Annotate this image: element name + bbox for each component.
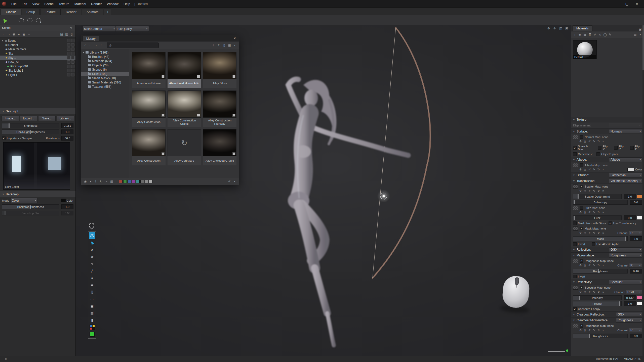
map-settings-icon[interactable] (579, 210, 582, 214)
map-edit-icon[interactable] (592, 139, 596, 143)
backdrop-brightness-slider[interactable]: Backdrop Brightness (2, 204, 59, 209)
map-enable-checkbox[interactable] (580, 163, 583, 167)
thumb-checkbox[interactable] (232, 152, 235, 155)
fresnel-value[interactable]: 1.0 (624, 301, 636, 306)
map-reload-icon[interactable] (597, 290, 600, 294)
undo-tool[interactable]: ⇄ (89, 282, 95, 288)
lock-toggle[interactable] (67, 60, 70, 64)
light-editor-preview[interactable]: Light Editor (3, 142, 70, 190)
scatter-depth-slider[interactable]: Scatter Depth (mm) (573, 194, 622, 199)
clearcoat-reflection-mode-dropdown[interactable]: GGX▾ (616, 312, 642, 317)
add-light-icon[interactable] (17, 32, 21, 36)
map-browse-icon[interactable] (583, 189, 587, 193)
map-clear-icon[interactable] (601, 263, 605, 267)
mask-channel-dropdown[interactable]: R▾ (629, 231, 642, 235)
map-browse-icon[interactable] (583, 167, 587, 171)
invert-checkbox[interactable]: Invert (573, 242, 585, 246)
tag-color-chip[interactable] (123, 180, 127, 183)
map-clear-icon[interactable] (601, 189, 605, 193)
active-color-swatch[interactable] (89, 331, 95, 338)
save-button[interactable]: Save... (38, 116, 56, 121)
lock-toggle[interactable] (67, 65, 70, 68)
lock-toggle[interactable] (67, 39, 70, 42)
map-edit-icon[interactable] (592, 328, 596, 332)
add-object-icon[interactable] (22, 32, 26, 36)
lock-toggle[interactable] (67, 52, 70, 55)
object-space-checkbox[interactable]: Object Space (596, 152, 619, 156)
scatter-depth-value[interactable]: 1.0 (624, 194, 636, 199)
section-clearcoat-reflection-header[interactable]: ▼ Clearcoat Reflection: GGX▾ (571, 311, 644, 317)
map-settings-icon[interactable] (579, 189, 582, 193)
eraser-tool[interactable]: ▱ (89, 253, 95, 260)
tag-color-chip[interactable] (140, 180, 144, 183)
delete-material-icon[interactable] (588, 33, 592, 37)
folder-smart-masks[interactable]: Smart Masks (18) (81, 76, 129, 80)
refresh-icon[interactable] (99, 179, 103, 184)
library-tab[interactable]: Library (83, 36, 99, 41)
map-reload-icon[interactable] (597, 210, 600, 214)
sky-thumbnail[interactable]: Alley Construction (132, 90, 166, 127)
menu-texture[interactable]: Texture (56, 0, 72, 8)
map-browse-icon[interactable] (583, 139, 587, 143)
sky-thumbnail[interactable]: Alley Enclosed Graffiti (203, 129, 236, 165)
map-browse-icon[interactable] (583, 231, 587, 235)
map-settings-icon[interactable] (579, 167, 582, 171)
fuzz-value[interactable]: 0.0 (624, 215, 636, 220)
flip-y-checkbox[interactable]: Flip Y (614, 145, 626, 151)
polygon-lasso-tool-icon[interactable] (36, 18, 41, 22)
fresnel-slider[interactable]: Fresnel (573, 301, 622, 306)
map-thumbnail[interactable] (573, 227, 578, 231)
rotation-stepper[interactable]: ▲▼ (58, 137, 60, 140)
microsurface-mode-dropdown[interactable]: Roughness▾ (609, 253, 642, 258)
material-item-default[interactable]: Default (573, 40, 596, 59)
visibility-toggle[interactable] (71, 69, 74, 72)
specular-channel-dropdown[interactable]: RGB▾ (626, 290, 642, 294)
backdrop-panel-header[interactable]: ▼ Backdrop (0, 191, 75, 197)
import-icon[interactable] (211, 43, 216, 47)
sky-thumbnail[interactable]: Alley Construction Highway (203, 90, 236, 127)
map-paint-icon[interactable] (588, 139, 591, 143)
3d-viewport[interactable]: Main Camera▾ Full Quality▾ ⊘ ▱ ✎ ╱ ● (76, 25, 571, 356)
redo-icon[interactable] (7, 32, 11, 36)
tag-color-chip[interactable] (149, 180, 152, 183)
brightness-value[interactable]: 0.151 (61, 123, 73, 128)
menu-file[interactable]: File (9, 0, 19, 8)
new-material-icon[interactable] (573, 33, 577, 37)
folder-icon[interactable] (59, 32, 64, 36)
map-enable-checkbox[interactable] (580, 259, 583, 263)
tab-render[interactable]: Render (61, 9, 82, 15)
brightness-slider[interactable]: Brightness (2, 123, 59, 128)
export-icon[interactable] (217, 43, 221, 47)
menu-window[interactable]: Window (104, 0, 121, 8)
cursor-tool[interactable] (89, 239, 95, 246)
expander-icon[interactable]: ▾ (1, 39, 4, 42)
map-clear-icon[interactable] (601, 290, 605, 294)
library-window[interactable]: Library × ▾ (81, 35, 239, 185)
close-button[interactable]: × (632, 0, 642, 8)
folder-skies[interactable]: Skies (199) (81, 72, 129, 76)
library-title-bar[interactable]: Library × (81, 35, 239, 41)
tag-color-chip[interactable] (132, 180, 135, 183)
use-translucency-checkbox[interactable]: Use Translucency (609, 221, 636, 225)
tab-setup[interactable]: Setup (22, 9, 40, 15)
expand-plus-icon[interactable]: + (7, 65, 10, 68)
footer-dropdown-arrow-icon[interactable]: ▾ (232, 179, 237, 184)
visibility-tool[interactable] (89, 232, 95, 239)
tree-row-bow-all[interactable]: Bow_All (0, 60, 75, 64)
lock-toggle[interactable] (67, 43, 70, 47)
map-edit-icon[interactable] (592, 210, 596, 214)
mask-map-row[interactable]: Mask Map: none (571, 226, 644, 231)
scatter-color-swatch[interactable] (637, 195, 642, 198)
view-options-icon[interactable] (227, 43, 232, 47)
edit-scene-icon[interactable] (69, 26, 73, 30)
tab-classic[interactable]: Classic (1, 9, 21, 15)
split-view-icon[interactable] (558, 26, 563, 30)
intensity-value[interactable]: 0.132 (624, 295, 636, 300)
intensity-slider[interactable]: Intensity (573, 295, 622, 300)
folder-library[interactable]: ▾Library (1861) (81, 50, 129, 55)
menu-render[interactable]: Render (89, 0, 104, 8)
generate-z-checkbox[interactable]: Generate Z (573, 152, 592, 156)
thumb-checkbox[interactable] (162, 152, 165, 155)
ellipse-select-tool-icon[interactable] (19, 18, 24, 22)
sky-thumbnail[interactable]: Alley Construction (132, 129, 166, 165)
